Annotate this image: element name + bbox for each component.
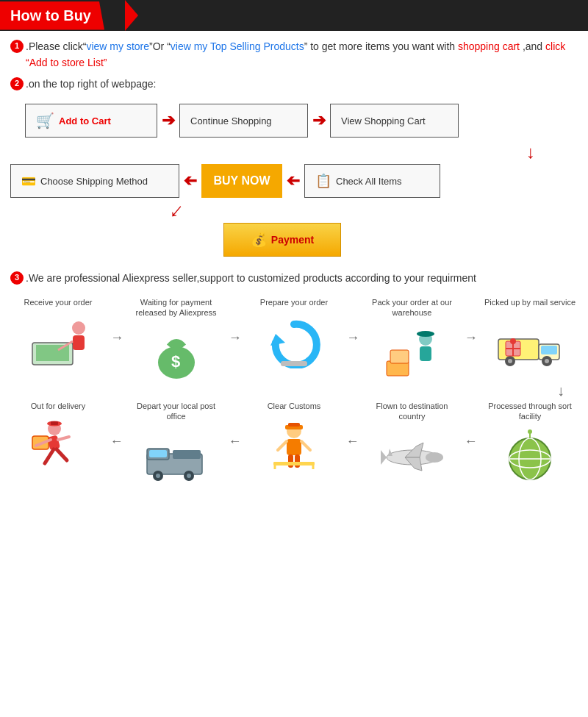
svg-rect-3 bbox=[73, 335, 85, 350]
process-item-pickup: Picked up by mail service bbox=[482, 297, 578, 371]
header: How to Buy bbox=[0, 0, 588, 31]
step1-number: 1 bbox=[10, 40, 24, 53]
process-label-out: Out for delivery bbox=[31, 401, 86, 411]
svg-rect-9 bbox=[281, 361, 307, 366]
payment-label: Payment bbox=[271, 234, 314, 246]
down-arrow-icon: ↓ bbox=[526, 143, 535, 161]
process-label-payment: Waiting for payment released by Aliexpre… bbox=[129, 297, 224, 318]
process-item-payment: Waiting for payment released by Aliexpre… bbox=[129, 297, 224, 382]
check-all-items-box: 📋 Check All Items bbox=[304, 164, 440, 198]
process-item-flight: Flown to destination country bbox=[365, 401, 460, 485]
process-label-prepare: Prepare your order bbox=[260, 297, 328, 307]
process-label-flight: Flown to destination country bbox=[365, 401, 460, 422]
svg-rect-41 bbox=[288, 423, 300, 427]
svg-point-32 bbox=[528, 429, 532, 434]
svg-line-43 bbox=[278, 441, 287, 450]
cash-icon: 💰 bbox=[251, 232, 267, 248]
svg-rect-53 bbox=[173, 450, 201, 459]
arrow1: ➔ bbox=[162, 111, 175, 130]
process-icon-pack bbox=[379, 322, 445, 381]
down-arrow2: ↓ bbox=[10, 382, 578, 399]
page-title: How to Buy bbox=[0, 1, 104, 30]
process-row2: Processed through sort facility → bbox=[10, 401, 578, 485]
arrow-r2-4: → bbox=[465, 401, 478, 449]
svg-text:$: $ bbox=[171, 352, 180, 371]
process-label-customs: Clear Customs bbox=[268, 401, 321, 411]
process-item-sort: Processed through sort facility bbox=[482, 401, 578, 485]
process-icon-out bbox=[25, 415, 91, 474]
step2-line: 2 .on the top right of webpage: bbox=[10, 76, 578, 92]
process-icon-sort bbox=[497, 427, 563, 485]
arrow-r1-4: → bbox=[465, 297, 478, 346]
svg-marker-35 bbox=[381, 450, 387, 465]
checklist-icon: 📋 bbox=[315, 173, 331, 189]
process-label-receive: Receive your order bbox=[24, 297, 93, 307]
svg-point-57 bbox=[187, 474, 191, 478]
buy-now-box[interactable]: BUY NOW bbox=[201, 164, 282, 198]
arrow-r1-1: → bbox=[110, 297, 123, 346]
add-to-cart-box: 🛒 Add to Cart bbox=[25, 104, 157, 138]
arrow-r2-1: → bbox=[110, 401, 123, 449]
arrow-r1-3: → bbox=[346, 297, 359, 346]
svg-point-22 bbox=[545, 359, 549, 363]
process-icon-customs bbox=[261, 415, 327, 474]
svg-line-44 bbox=[301, 441, 310, 450]
svg-line-64 bbox=[57, 449, 67, 460]
svg-rect-46 bbox=[295, 454, 300, 468]
process-row1: Receive your order → bbox=[10, 297, 578, 382]
diag-arrow-icon: ↓ bbox=[166, 199, 189, 223]
step1-line: 1 .Please click“view my store”Or “view m… bbox=[10, 38, 578, 71]
worker-boxes-svg bbox=[383, 324, 442, 379]
svg-rect-11 bbox=[390, 350, 409, 363]
view-cart-box: View Shopping Cart bbox=[330, 104, 459, 138]
content: 1 .Please click“view my store”Or “view m… bbox=[0, 31, 588, 500]
svg-rect-60 bbox=[51, 421, 58, 425]
step2-number: 2 bbox=[10, 77, 24, 90]
continue-shopping-label: Continue Shopping bbox=[190, 115, 272, 126]
process-label-pickup: Picked up by mail service bbox=[484, 297, 576, 307]
process-icon-prepare bbox=[261, 312, 327, 371]
svg-rect-45 bbox=[288, 454, 293, 468]
refresh-arrow-svg bbox=[265, 313, 323, 368]
process-icon-pickup bbox=[497, 312, 563, 371]
svg-line-63 bbox=[45, 449, 54, 463]
add-to-cart-label: Add to Cart bbox=[59, 115, 111, 126]
cart-icon: 🛒 bbox=[36, 112, 54, 129]
svg-rect-15 bbox=[423, 332, 429, 335]
process-item-prepare: Prepare your order bbox=[246, 297, 342, 371]
process-icon-receive bbox=[25, 312, 91, 371]
svg-point-55 bbox=[156, 474, 160, 478]
arrow-r2-2: → bbox=[229, 401, 242, 449]
payment-row: 💰 Payment bbox=[10, 223, 578, 257]
flow-row1: 🛒 Add to Cart ➔ Continue Shopping ➔ View… bbox=[10, 104, 578, 138]
check-all-items-label: Check All Items bbox=[336, 176, 402, 187]
step3-text: .We are professional Aliexpress seller,s… bbox=[26, 270, 476, 286]
arrow-r2-3: → bbox=[346, 401, 359, 449]
person-computer-svg bbox=[29, 313, 87, 368]
svg-rect-47 bbox=[273, 462, 315, 465]
svg-point-20 bbox=[508, 359, 512, 363]
arrow4: ➔ bbox=[287, 171, 300, 190]
money-bag-svg: $ bbox=[147, 324, 206, 379]
process-label-sort: Processed through sort facility bbox=[482, 401, 578, 422]
delivery-truck-svg bbox=[497, 313, 563, 368]
diag-arrow-container: ↓ bbox=[10, 199, 578, 221]
process-icon-payment: $ bbox=[143, 322, 209, 381]
process-icon-flight bbox=[379, 427, 445, 485]
svg-rect-6 bbox=[172, 340, 181, 348]
svg-rect-52 bbox=[149, 450, 167, 457]
choose-shipping-box: 💳 Choose Shipping Method bbox=[10, 164, 179, 198]
step1-text: .Please click“view my store”Or “view my … bbox=[26, 38, 578, 71]
globe-svg bbox=[501, 428, 559, 483]
step3-section: 3 .We are professional Aliexpress seller… bbox=[10, 270, 578, 286]
step3-line: 3 .We are professional Aliexpress seller… bbox=[10, 270, 578, 286]
svg-point-26 bbox=[510, 338, 516, 344]
process-item-customs: Clear Customs bbox=[246, 401, 342, 474]
view-cart-label: View Shopping Cart bbox=[341, 115, 426, 126]
step2-text: .on the top right of webpage: bbox=[26, 76, 156, 92]
step3-number: 3 bbox=[10, 271, 24, 285]
svg-rect-42 bbox=[287, 439, 301, 455]
header-triangle bbox=[125, 0, 138, 31]
garbage-truck-svg bbox=[143, 428, 209, 483]
payment-box: 💰 Payment bbox=[223, 223, 341, 257]
